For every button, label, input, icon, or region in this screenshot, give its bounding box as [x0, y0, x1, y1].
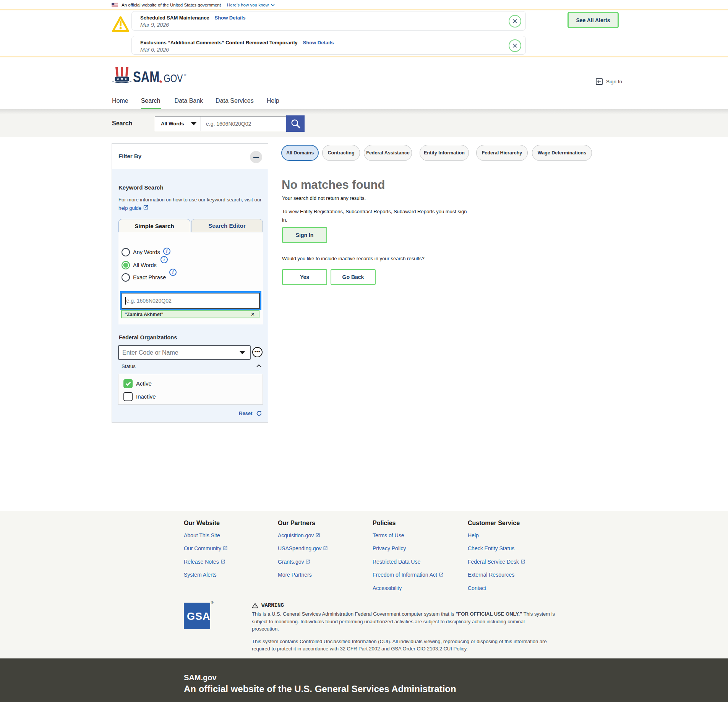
svg-text:GOV: GOV	[164, 72, 183, 85]
svg-text:®: ®	[184, 73, 186, 77]
svg-text:®: ®	[211, 601, 214, 605]
svg-text:SAM: SAM	[133, 68, 159, 85]
svg-text:GSA: GSA	[187, 611, 211, 622]
